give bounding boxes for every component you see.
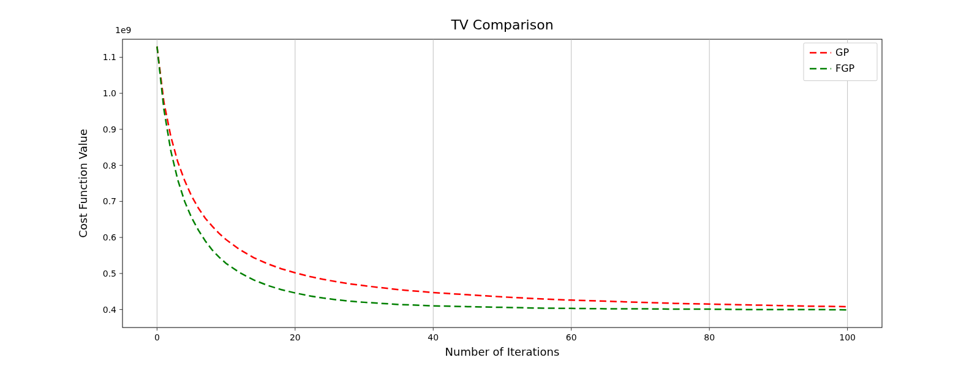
chart-svg: TV Comparison 1e9 020406080100 0.40.50.6… [0, 0, 980, 368]
chart-title: TV Comparison [450, 17, 553, 33]
svg-rect-0 [123, 39, 882, 328]
svg-text:0.4: 0.4 [103, 305, 116, 315]
svg-text:20: 20 [290, 332, 301, 342]
svg-text:60: 60 [566, 332, 577, 342]
x-ticks: 020406080100 [154, 328, 856, 342]
y-axis-label: Cost Function Value [77, 129, 89, 237]
grid [157, 39, 847, 328]
y-offset-text: 1e9 [115, 25, 131, 35]
svg-text:0: 0 [154, 332, 160, 342]
svg-text:0.8: 0.8 [103, 161, 116, 171]
y-ticks: 0.40.50.60.70.80.91.01.1 [103, 52, 123, 314]
series-GP [157, 47, 847, 307]
series-FGP [157, 47, 847, 310]
svg-text:1.1: 1.1 [103, 52, 116, 62]
legend: GPFGP [804, 43, 877, 81]
chart-figure: TV Comparison 1e9 020406080100 0.40.50.6… [0, 0, 980, 368]
svg-text:1.0: 1.0 [103, 88, 116, 98]
x-axis-label: Number of Iterations [445, 345, 560, 358]
svg-text:0.6: 0.6 [103, 232, 116, 242]
svg-text:40: 40 [428, 332, 439, 342]
svg-text:0.5: 0.5 [103, 269, 116, 278]
legend-label-FGP: FGP [835, 63, 855, 74]
svg-text:0.9: 0.9 [103, 125, 116, 134]
plot-area: 020406080100 0.40.50.60.70.80.91.01.1 GP… [103, 39, 882, 342]
svg-text:100: 100 [839, 332, 856, 342]
svg-text:80: 80 [704, 332, 715, 342]
legend-label-GP: GP [835, 47, 849, 58]
series-lines [157, 47, 847, 310]
svg-text:0.7: 0.7 [103, 196, 116, 206]
